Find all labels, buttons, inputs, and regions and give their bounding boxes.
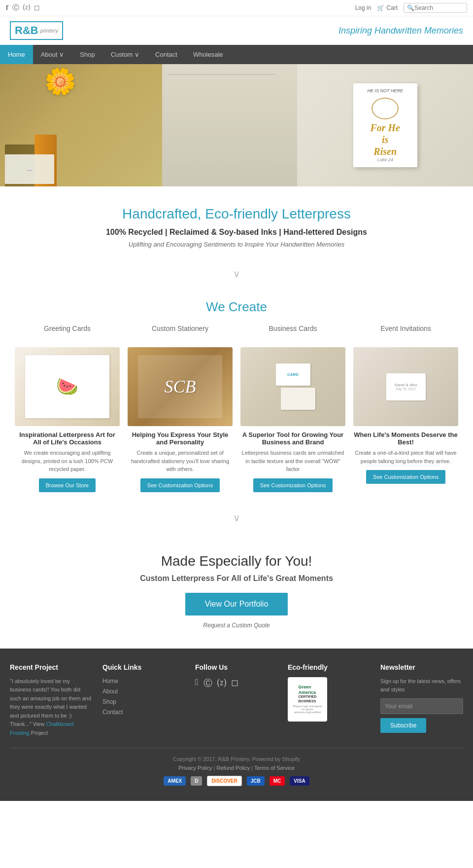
footer-eco: Eco-friendly Green America CERTIFIED BUS… [288,663,371,738]
footer-link-shop: Shop [102,698,185,705]
refund-policy-link[interactable]: Refund Policy [216,765,250,771]
product-business-cards: Business Cards CARD A Superior Tool for … [240,325,345,492]
eco-title: Eco-friendly [288,663,371,671]
invitation-card: Sarah & Alex July 15, 2017 [386,373,426,400]
card-text-top: HE IS NOT HERE [367,88,403,93]
watermelon-icon: 🍉 [56,376,78,397]
stationery-image: SCB [128,347,233,426]
footer-pinterest-icon[interactable]: Ⓒ [203,677,212,689]
follow-icons:  Ⓒ ⒵ ◻ [195,677,278,689]
facebook-icon[interactable]: 𝐟 [6,3,8,12]
nav-wholesale[interactable]: Wholesale [185,45,231,64]
eco-badge-text: Green America CERTIFIED BUSINESS [299,685,317,703]
we-create-section: We Create Greeting Cards 🍉 Inspirational… [0,289,473,502]
handcrafted-heading: Handcrafted, Eco-friendly Letterpress [10,206,463,222]
eco-badge: Green America CERTIFIED BUSINESS Please … [288,677,327,722]
nav-shop[interactable]: Shop [72,45,102,64]
recent-project-quote: "I absolutely loved be my business cards… [10,677,93,738]
search-input[interactable] [414,4,464,11]
main-nav: Home About ∨ Shop Custom ∨ Contact Whole… [0,45,473,64]
nav-custom[interactable]: Custom ∨ [103,45,147,64]
biz-card-2 [281,388,315,410]
recent-project-title: Recent Project [10,663,93,671]
amex-icon: AMEX [164,776,186,786]
footer-googleplus-icon[interactable]: ⒵ [217,677,226,689]
card-risen-text: For HeisRisen [370,122,400,157]
greeting-cards-title: Greeting Cards [15,325,120,342]
custom-quote-link[interactable]: Request a Custom Quote [203,622,270,629]
diners-icon: D [191,776,202,786]
event-invitations-desc: Create a one-of-a-kind piece that will h… [353,449,458,465]
instagram-icon[interactable]: ◻ [34,3,40,12]
footer-follow-us: Follow Us  Ⓒ ⒵ ◻ [195,663,278,738]
greeting-cards-image: 🍉 [15,347,120,426]
footer-link-home: Home [102,677,185,685]
cart-link[interactable]: 🛒 Cart [377,4,398,11]
social-icons: 𝐟 Ⓒ ⒵ ◻ [6,3,40,12]
handcrafted-section: Handcrafted, Eco-friendly Letterpress 10… [0,186,473,258]
pinterest-icon[interactable]: Ⓒ [12,3,19,12]
event-invitations-image: Sarah & Alex July 15, 2017 [353,347,458,426]
login-link[interactable]: Log in [355,4,372,11]
made-section: Made Especially for You! Custom Letterpr… [0,534,473,649]
we-create-heading: We Create [10,299,463,315]
card-circle [372,98,399,119]
product-stationery: Custom Stationery SCB Helping You Expres… [128,325,233,492]
payment-icons: AMEX D DISCOVER JCB MC VISA [10,776,463,786]
newsletter-title: Newsletter [380,663,463,671]
chevron-down-2: ∨ [0,502,473,534]
product-greeting-cards: Greeting Cards 🍉 Inspirational Letterpre… [15,325,120,492]
stationery-customize-button[interactable]: See Customization Options [140,478,220,492]
google-plus-icon[interactable]: ⒵ [23,3,30,12]
privacy-policy-link[interactable]: Privacy Policy [178,765,212,771]
cart-icon: 🛒 [377,4,384,11]
stationery-title: Custom Stationery [128,325,233,342]
product-event-invitations: Event Invitations Sarah & Alex July 15, … [353,325,458,492]
made-subtitle: Custom Letterpress For All of Life's Gre… [10,574,463,583]
products-grid: Greeting Cards 🍉 Inspirational Letterpre… [10,325,463,492]
nav-about[interactable]: About ∨ [33,45,72,64]
footer-link-about: About [102,687,185,695]
business-cards-title: Business Cards [240,325,345,342]
logo[interactable]: R&B printery [10,21,63,40]
top-bar-links: Log in 🛒 Cart 🔍 [355,3,467,13]
footer-grid: Recent Project "I absolutely loved be my… [10,663,463,738]
nav-home[interactable]: Home [0,45,33,64]
quick-links-list: Home About Shop Contact [102,677,185,716]
flower-decoration: 🌼 [44,67,76,97]
event-invitations-title: Event Invitations [353,325,458,342]
copyright-text: Copyright © 2017, R&B Printery. Powered … [10,756,463,762]
footer-link-contact: Contact [102,708,185,716]
footer-instagram-icon[interactable]: ◻ [231,677,238,689]
greeting-cards-heading2: Inspirational Letterpress Art for All of… [15,431,120,446]
open-book: 📖 [5,154,54,184]
view-portfolio-button[interactable]: View Our Portfolio [185,593,288,615]
logo-box: R&B printery [10,21,63,40]
nav-contact[interactable]: Contact [147,45,185,64]
footer-bottom: Copyright © 2017, R&B Printery. Powered … [10,748,463,786]
made-heading: Made Especially for You! [10,553,463,569]
event-customize-button[interactable]: See Customization Options [366,470,445,484]
browse-store-button[interactable]: Browse Our Store [39,478,96,492]
newsletter-email-input[interactable] [380,698,463,714]
top-bar: 𝐟 Ⓒ ⒵ ◻ Log in 🛒 Cart 🔍 [0,0,473,16]
footer-recent-project: Recent Project "I absolutely loved be my… [10,663,93,738]
subscribe-button[interactable]: Subscribe [380,718,426,733]
eco-sub: Please high standards for green america.… [291,705,324,714]
terms-link[interactable]: Terms of Service [254,765,295,771]
monogram-text: SCB [164,376,196,397]
card-verse: Luke 24 [377,157,393,162]
logo-rb: R&B [15,24,38,37]
business-cards-customize-button[interactable]: See Customization Options [253,478,333,492]
business-cards-image: CARD [240,347,345,426]
business-cards-desc: Letterpress business cards are unmatched… [240,449,345,473]
search-box[interactable]: 🔍 [404,3,467,13]
footer-facebook-icon[interactable]:  [195,677,199,689]
handcrafted-subtitle: 100% Recycled | Reclaimed & Soy-based In… [10,228,463,237]
logo-sub: printery [40,28,59,34]
hero-overlay: 🌼 📖 HE IS NOT HERE For HeisRisen Luke 24 [0,64,473,186]
greeting-cards-desc: We create encouraging and uplifting desi… [15,449,120,473]
stationery-heading2: Helping You Express Your Style and Perso… [128,431,233,446]
jcb-icon: JCB [247,776,265,786]
site-footer: Recent Project "I absolutely loved be my… [0,649,473,801]
